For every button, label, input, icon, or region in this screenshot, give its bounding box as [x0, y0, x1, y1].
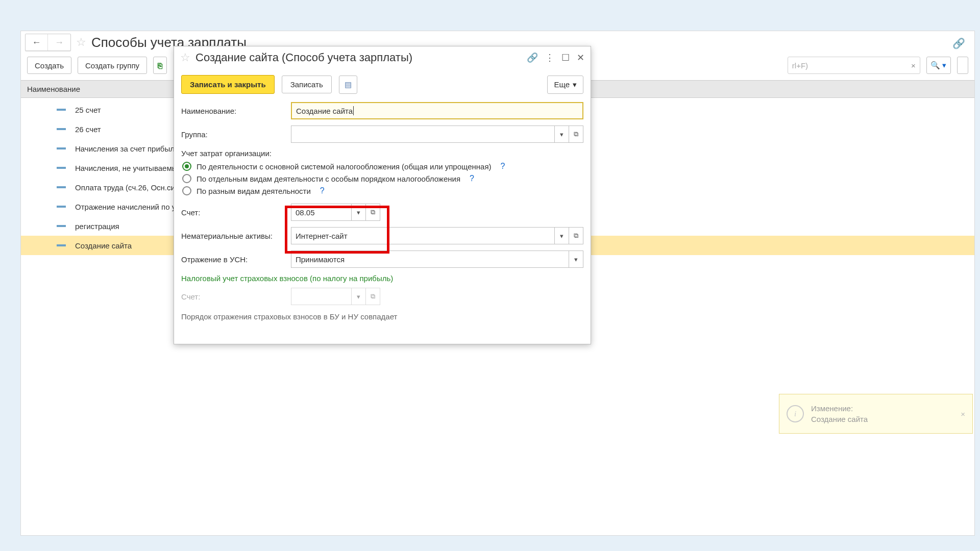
list-icon-button[interactable]: ▤	[339, 76, 357, 94]
dialog-toolbar: Записать и закрыть Записать ▤ Еще ▾	[181, 75, 583, 94]
tax-account-label: Счет:	[181, 292, 291, 301]
group-label: Группа:	[181, 130, 291, 139]
item-icon	[57, 109, 66, 111]
search-button[interactable]: 🔍 ▾	[926, 57, 951, 74]
dialog-menu-icon[interactable]: ⋮	[545, 52, 554, 63]
help-icon[interactable]: ?	[470, 174, 474, 183]
notification-title: Изменение:	[811, 404, 868, 413]
search-placeholder: rl+F)	[792, 61, 808, 70]
name-input[interactable]: Создание сайта	[291, 102, 583, 119]
group-value[interactable]	[291, 126, 555, 143]
tax-account-open-icon: ⧉	[366, 288, 380, 305]
item-icon	[57, 244, 66, 246]
radio-icon	[182, 174, 191, 183]
name-value: Создание сайта	[296, 107, 353, 115]
account-input[interactable]: 08.05 ▾ ⧉	[291, 204, 380, 221]
notification-subtitle: Создание сайта	[811, 415, 868, 423]
account-label: Счет:	[181, 208, 291, 217]
help-icon[interactable]: ?	[501, 162, 505, 171]
chevron-down-icon: ▾	[573, 80, 577, 89]
radio1-label: По деятельности с основной системой нало…	[197, 162, 492, 171]
asset-dropdown-icon[interactable]: ▾	[555, 227, 569, 244]
help-icon[interactable]: ?	[320, 186, 325, 195]
dialog-star-icon[interactable]: ☆	[180, 51, 190, 64]
cost-section-title: Учет затрат организации:	[181, 149, 583, 158]
usn-label: Отражение в УСН:	[181, 255, 291, 264]
tax-account-row: Счет: ▾ ⧉	[181, 288, 583, 305]
tax-account-dropdown-icon: ▾	[352, 288, 366, 305]
notification-text: Изменение: Создание сайта	[811, 404, 868, 423]
usn-input[interactable]: Принимаются ▾	[291, 251, 583, 268]
search-clear-icon[interactable]: ×	[911, 61, 916, 70]
dialog-maximize-icon[interactable]: ☐	[561, 52, 570, 63]
group-dropdown-icon[interactable]: ▾	[555, 126, 569, 143]
refresh-button[interactable]: ⎘	[153, 57, 167, 74]
nav-forward-button[interactable]: →	[48, 34, 70, 51]
name-label: Наименование:	[181, 107, 291, 115]
dialog-link-icon[interactable]: 🔗	[527, 52, 538, 63]
order-note: Порядок отражения страховых взносов в БУ…	[181, 312, 583, 321]
item-label: Отражение начислений по у	[75, 203, 176, 211]
more-button[interactable]: Еще ▾	[547, 76, 583, 94]
item-label: 25 счет	[75, 106, 101, 114]
group-input[interactable]: ▾ ⧉	[291, 126, 583, 143]
usn-row: Отражение в УСН: Принимаются ▾	[181, 251, 583, 268]
tax-account-value	[291, 288, 352, 305]
item-label: Создание сайта	[75, 241, 132, 250]
item-label: Начисления, не учитываемы	[75, 164, 177, 172]
dialog-header: ☆ Создание сайта (Способ учета зарплаты)…	[174, 46, 591, 69]
item-label: Оплата труда (сч.26, Осн.си	[75, 183, 175, 192]
item-icon	[57, 186, 66, 188]
item-icon	[57, 225, 66, 227]
radio2-label: По отдельным видам деятельности с особым…	[197, 174, 460, 183]
more-label: Еще	[554, 80, 570, 89]
item-icon	[57, 128, 66, 130]
asset-open-icon[interactable]: ⧉	[569, 227, 583, 244]
radio-special-taxation[interactable]: По отдельным видам деятельности с особым…	[182, 174, 583, 183]
usn-value[interactable]: Принимаются	[291, 251, 569, 268]
dialog-close-icon[interactable]: ✕	[577, 52, 584, 63]
item-icon	[57, 206, 66, 208]
save-close-button[interactable]: Записать и закрыть	[181, 75, 275, 94]
account-open-icon[interactable]: ⧉	[366, 204, 380, 221]
asset-input[interactable]: Интернет-сайт ▾ ⧉	[291, 227, 583, 244]
name-row: Наименование: Создание сайта	[181, 102, 583, 119]
item-label: Начисления за счет прибыл	[75, 144, 175, 153]
radio-main-taxation[interactable]: По деятельности с основной системой нало…	[182, 162, 583, 171]
create-button[interactable]: Создать	[27, 57, 71, 74]
usn-dropdown-icon[interactable]: ▾	[569, 251, 583, 268]
item-label: 26 счет	[75, 125, 101, 134]
radio-different-activities[interactable]: По разным видам деятельности ?	[182, 186, 583, 195]
notification-toast[interactable]: i Изменение: Создание сайта ×	[779, 394, 973, 434]
search-input[interactable]: rl+F) ×	[788, 57, 920, 74]
extra-button[interactable]	[957, 57, 968, 74]
account-value[interactable]: 08.05	[291, 204, 352, 221]
radio-icon	[182, 186, 191, 195]
dialog-title: Создание сайта (Способ учета зарплаты)	[195, 51, 412, 64]
text-cursor	[353, 106, 354, 115]
item-icon	[57, 147, 66, 149]
dialog-window: ☆ Создание сайта (Способ учета зарплаты)…	[174, 46, 591, 344]
radio3-label: По разным видам деятельности	[197, 187, 311, 195]
tax-accounting-link[interactable]: Налоговый учет страховых взносов (по нал…	[181, 274, 583, 283]
account-dropdown-icon[interactable]: ▾	[352, 204, 366, 221]
dialog-body: Записать и закрыть Записать ▤ Еще ▾ Наим…	[174, 69, 591, 327]
plus-icon: ⎘	[158, 61, 162, 70]
save-button[interactable]: Записать	[282, 76, 332, 93]
info-icon: i	[787, 405, 804, 422]
asset-value[interactable]: Интернет-сайт	[291, 227, 555, 244]
tax-account-input: ▾ ⧉	[291, 288, 380, 305]
notification-close-icon[interactable]: ×	[961, 410, 965, 418]
nav-back-button[interactable]: ←	[26, 34, 48, 51]
group-open-icon[interactable]: ⧉	[569, 126, 583, 143]
link-icon[interactable]: 🔗	[952, 37, 965, 49]
favorite-star-icon[interactable]: ☆	[76, 36, 86, 49]
nav-buttons: ← →	[25, 34, 71, 51]
item-icon	[57, 167, 66, 169]
asset-label: Нематериальные активы:	[181, 232, 291, 240]
dialog-window-controls: 🔗 ⋮ ☐ ✕	[527, 52, 584, 63]
account-row: Счет: 08.05 ▾ ⧉	[181, 204, 583, 221]
create-group-button[interactable]: Создать группу	[78, 57, 147, 74]
radio-icon-checked	[182, 162, 191, 171]
item-label: регистрация	[75, 222, 119, 231]
